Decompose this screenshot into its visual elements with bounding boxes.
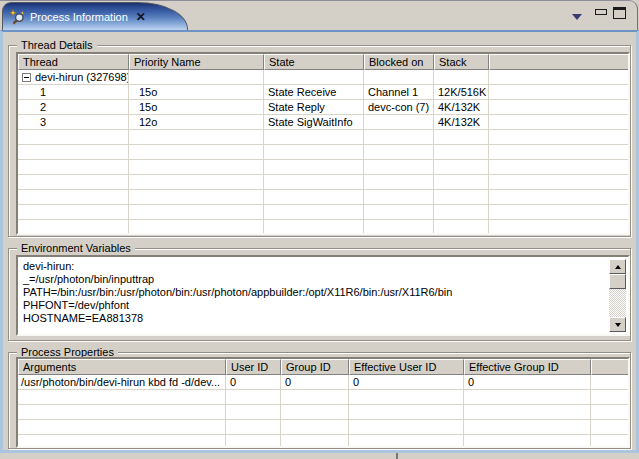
cell (434, 220, 489, 235)
cell (489, 85, 628, 100)
column-header-user-id[interactable]: User ID (226, 359, 281, 375)
cell (129, 145, 264, 160)
cell: State SigWaitInfo (264, 115, 364, 130)
cell: State Receive (264, 85, 364, 100)
env-line: _=/usr/photon/bin/inputtrap (23, 273, 607, 286)
minimize-icon[interactable] (595, 9, 607, 15)
cell (18, 435, 226, 448)
cell (226, 390, 281, 405)
column-header-blocked[interactable]: Blocked on (364, 54, 434, 70)
cell (129, 220, 264, 235)
user-id-cell: 0 (226, 375, 281, 390)
cell (349, 405, 464, 420)
cell (281, 435, 349, 448)
empty-row (18, 435, 628, 448)
cell (18, 220, 129, 235)
env-line: PHFONT=/dev/phfont (23, 299, 607, 312)
process-info-icon (9, 9, 25, 25)
cell (18, 160, 129, 175)
eff-user-id-cell: 0 (349, 375, 464, 390)
cell (349, 390, 464, 405)
cell (489, 220, 628, 235)
view-menu-icon[interactable] (572, 14, 582, 20)
cell (226, 435, 281, 448)
column-header-stack[interactable]: Stack (434, 54, 489, 70)
column-header-filler (489, 54, 628, 70)
tab-process-information[interactable]: Process Information ✕ (2, 2, 188, 30)
close-icon[interactable]: ✕ (136, 10, 146, 24)
env-line: HOSTNAME=EA881378 (23, 312, 607, 325)
environment-variables-label: Environment Variables (17, 242, 135, 255)
cell (129, 160, 264, 175)
column-header-priority[interactable]: Priority Name (129, 54, 264, 70)
thread-row[interactable]: 115oState ReceiveChannel 112K/516K (18, 85, 628, 100)
cell (281, 405, 349, 420)
eff-group-id-cell: 0 (464, 375, 591, 390)
process-cell: devi-hirun (327698) (18, 70, 129, 85)
column-header-arguments[interactable]: Arguments (18, 359, 226, 375)
cell (489, 115, 628, 130)
empty-row (18, 205, 628, 220)
cell: 4K/132K (434, 100, 489, 115)
maximize-icon[interactable] (613, 7, 626, 19)
cell (129, 70, 264, 85)
cell (264, 205, 364, 220)
column-header-eff-user-id[interactable]: Effective User ID (349, 359, 464, 375)
process-row[interactable]: devi-hirun (327698) (18, 70, 628, 85)
thread-row[interactable]: 312oState SigWaitInfo4K/132K (18, 115, 628, 130)
cell (129, 175, 264, 190)
thread-table-body: devi-hirun (327698) 115oState ReceiveCha… (18, 70, 628, 235)
cell (264, 220, 364, 235)
environment-variables-box[interactable]: devi-hirun:_=/usr/photon/bin/inputtrapPA… (16, 255, 630, 336)
column-header-state[interactable]: State (264, 54, 364, 70)
cell (281, 390, 349, 405)
cell (18, 405, 226, 420)
empty-row (18, 160, 628, 175)
empty-row (18, 130, 628, 145)
empty-row (18, 390, 628, 405)
scrollbar-thumb[interactable] (609, 274, 626, 289)
env-scrollbar[interactable] (609, 259, 626, 332)
empty-row (18, 220, 628, 235)
process-properties-row[interactable]: /usr/photon/bin/devi-hirun kbd fd -d/dev… (18, 375, 628, 390)
process-properties-table[interactable]: Arguments User ID Group ID Effective Use… (16, 357, 630, 448)
cell: 12o (129, 115, 264, 130)
cell (264, 160, 364, 175)
process-information-view: Process Information ✕ Thread Details Thr… (0, 0, 639, 459)
cell (489, 130, 628, 145)
column-header-filler (591, 359, 628, 375)
cell (349, 420, 464, 435)
cell: 3 (18, 115, 129, 130)
thread-table[interactable]: Thread Priority Name State Blocked on St… (16, 52, 630, 235)
cell (464, 390, 591, 405)
cell (591, 390, 628, 405)
scroll-up-icon[interactable] (609, 259, 626, 274)
cell (18, 145, 129, 160)
cell (264, 70, 364, 85)
cell (489, 100, 628, 115)
cell (489, 175, 628, 190)
cell (226, 420, 281, 435)
cell: State Reply (264, 100, 364, 115)
cell (264, 130, 364, 145)
cell (591, 375, 628, 390)
thread-table-header: Thread Priority Name State Blocked on St… (18, 54, 628, 70)
cell (129, 190, 264, 205)
cell (18, 205, 129, 220)
cell: 12K/516K (434, 85, 489, 100)
cell: 2 (18, 100, 129, 115)
column-header-eff-group-id[interactable]: Effective Group ID (464, 359, 591, 375)
cell (489, 160, 628, 175)
expander-minus-icon[interactable] (22, 73, 31, 82)
column-header-thread[interactable]: Thread (18, 54, 129, 70)
cell (434, 70, 489, 85)
cell (18, 420, 226, 435)
scroll-down-icon[interactable] (609, 317, 626, 332)
column-header-group-id[interactable]: Group ID (281, 359, 349, 375)
thread-details-label: Thread Details (17, 39, 97, 52)
cell (591, 435, 628, 448)
cell (364, 205, 434, 220)
thread-row[interactable]: 215oState Replydevc-con (7)4K/132K (18, 100, 628, 115)
sash-handle[interactable] (396, 453, 398, 459)
props-table-header: Arguments User ID Group ID Effective Use… (18, 359, 628, 375)
